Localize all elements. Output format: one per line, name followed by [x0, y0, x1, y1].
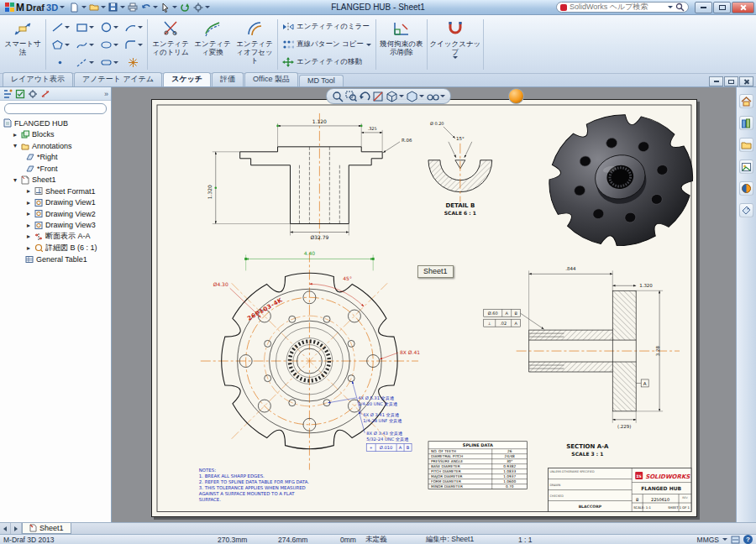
tree-item-right-plane[interactable]: *Right [0, 152, 111, 164]
display-style-icon[interactable] [406, 91, 424, 102]
drawing-view-iso[interactable] [535, 100, 696, 261]
document-close-button[interactable] [739, 76, 753, 86]
save-dropdown-icon[interactable] [120, 6, 125, 8]
fillet-tool-icon[interactable] [121, 36, 145, 54]
point-tool-icon[interactable] [48, 54, 72, 71]
new-dropdown-icon[interactable] [81, 6, 87, 8]
zoom-area-icon[interactable] [345, 91, 357, 102]
search-magnifier-icon[interactable] [675, 3, 685, 12]
dimxpert-tab-icon[interactable] [40, 89, 50, 99]
expand-icon[interactable]: ▸ [25, 199, 32, 207]
tab-md-tool[interactable]: MD Tool [299, 75, 344, 86]
convert-entities-button[interactable]: エンティティ変換 [192, 17, 234, 72]
view-palette-icon[interactable] [739, 160, 753, 174]
graphics-viewport[interactable]: .ol{stroke:#1c1c1c;stroke-width:1;fill:n… [112, 87, 736, 522]
slot-tool-icon[interactable] [97, 54, 121, 71]
expand-icon[interactable]: ▸ [25, 187, 32, 195]
document-restore-button[interactable] [724, 76, 738, 86]
trim-entities-button[interactable]: エンティティのトリム [150, 17, 192, 72]
print-icon[interactable] [126, 2, 139, 13]
expand-icon[interactable]: ▸ [12, 131, 18, 139]
tab-annotate[interactable]: アノテート アイテム [74, 72, 162, 86]
drawing-sheet[interactable]: .ol{stroke:#1c1c1c;stroke-width:1;fill:n… [151, 99, 697, 517]
linear-pattern-dropdown-icon[interactable] [366, 44, 371, 46]
spline-tool-icon[interactable] [72, 36, 97, 54]
undo-icon[interactable] [139, 2, 152, 13]
logo-menu-dropdown-icon[interactable] [60, 6, 65, 8]
linear-pattern-button[interactable]: 直線パターン コピー [280, 36, 374, 54]
appearances-icon[interactable] [739, 181, 753, 196]
open-dropdown-icon[interactable] [101, 6, 106, 8]
quick-snaps-button[interactable]: クイックスナップ [429, 17, 481, 72]
ellipse-tool-icon[interactable] [97, 36, 121, 54]
construction-tool-icon[interactable] [121, 54, 145, 71]
sheet-nav-next-button[interactable] [11, 523, 22, 534]
drawing-view-detail-b[interactable]: 15° Ø 0.20 DETAIL B SCALE 6 : 1 [428, 121, 492, 216]
sheet-nav-prev-button[interactable] [0, 523, 11, 534]
rebuild-icon[interactable] [178, 2, 191, 13]
resources-home-icon[interactable] [739, 94, 753, 108]
arc-tool-icon[interactable] [121, 18, 145, 36]
select-dropdown-icon[interactable] [172, 6, 177, 8]
hide-show-items-icon[interactable] [426, 91, 445, 102]
tree-item-drawing-view1[interactable]: ▸ Drawing View1 [0, 197, 111, 209]
custom-properties-icon[interactable] [739, 203, 753, 217]
help-search-box[interactable]: SolidWorks ヘルプ検索 [556, 2, 689, 13]
collapse-icon[interactable]: ▾ [12, 142, 18, 149]
file-explorer-icon[interactable] [739, 138, 753, 152]
drawing-view-section[interactable]: .844 1.320 3.28 (.229) Ø.60 A B [484, 266, 680, 456]
quick-snaps-dropdown-icon[interactable] [453, 56, 458, 59]
tree-item-blocks[interactable]: ▸ Blocks [0, 129, 111, 141]
tree-item-section-view[interactable]: ▸ 断面表示 A-A [0, 231, 111, 243]
undo-dropdown-icon[interactable] [153, 6, 158, 8]
move-entities-button[interactable]: エンティティの移動 [280, 54, 374, 71]
search-dropdown-icon[interactable] [668, 6, 673, 8]
design-library-icon[interactable] [739, 116, 753, 130]
drawing-view-side[interactable]: 1.320 1.120 .325 Ø32.79 R.06 [207, 113, 412, 241]
tab-evaluate[interactable]: 評価 [212, 72, 244, 86]
expand-icon[interactable]: ▸ [25, 222, 32, 229]
tree-item-drawing-view2[interactable]: ▸ Drawing View2 [0, 208, 111, 220]
title-block[interactable]: UNLESS OTHERWISE SPECIFIED DRAWN CHECKED… [549, 468, 691, 512]
line-tool-icon[interactable] [48, 18, 72, 36]
panel-overflow-chevron[interactable]: » [104, 90, 108, 98]
expand-icon[interactable]: ▸ [25, 244, 32, 252]
tree-item-sheet1[interactable]: ▾ Sheet1 [0, 175, 111, 186]
collapse-icon[interactable]: ▾ [12, 176, 18, 184]
close-button[interactable] [732, 2, 754, 13]
centerline-tool-icon[interactable] [72, 54, 97, 71]
section-view-icon[interactable] [372, 91, 384, 102]
drawing-notes[interactable]: NOTES: 1. BREAK ALL SHARP EDGES. 2. REFE… [199, 468, 309, 502]
tree-item-sheet-format[interactable]: ▸ Sheet Format1 [0, 186, 111, 197]
expand-icon[interactable]: ▸ [25, 210, 32, 217]
tab-sketch[interactable]: スケッチ [163, 72, 211, 86]
circle-tool-icon[interactable] [97, 18, 121, 36]
spline-data-table[interactable]: SPLINE DATA NO. OF TEETH26 DIAMETRAL PIT… [428, 442, 528, 489]
offset-entities-button[interactable]: エンティティオフセット [234, 17, 276, 72]
rectangle-tool-icon[interactable] [72, 18, 97, 36]
smart-dimension-button[interactable]: スマート寸法 [2, 17, 44, 72]
status-tag-icon[interactable] [731, 536, 740, 544]
units-dropdown-icon[interactable] [722, 538, 727, 541]
tree-filter-box[interactable] [4, 103, 107, 114]
drawing-view-front[interactable]: 26P103-4K 45° Ø4.30 8X Ø.41 4.40 4X Ø 5.… [201, 250, 420, 469]
select-icon[interactable] [159, 2, 171, 13]
options-dropdown-icon[interactable] [205, 6, 210, 8]
tree-item-front-plane[interactable]: *Front [0, 163, 111, 175]
tree-item-drawing-view3[interactable]: ▸ Drawing View3 [0, 220, 111, 232]
view-orientation-icon[interactable] [386, 91, 404, 102]
maximize-button[interactable] [713, 2, 731, 13]
edit-appearance-sphere-icon[interactable] [508, 88, 524, 104]
expand-icon[interactable]: ▸ [25, 233, 32, 240]
save-icon[interactable] [107, 2, 119, 13]
tab-layout[interactable]: レイアウト表示 [3, 72, 73, 86]
open-document-icon[interactable] [87, 2, 100, 13]
new-document-icon[interactable] [68, 2, 81, 13]
polygon-tool-icon[interactable] [48, 36, 72, 54]
status-units-selector[interactable]: MMGS [697, 536, 719, 544]
property-manager-tab-icon[interactable] [15, 89, 25, 99]
tree-item-general-table[interactable]: General Table1 [0, 254, 111, 265]
configuration-tab-icon[interactable] [28, 89, 38, 99]
tab-office-products[interactable]: Office 製品 [244, 72, 298, 86]
tree-item-annotations[interactable]: ▾ Annotations [0, 140, 111, 152]
